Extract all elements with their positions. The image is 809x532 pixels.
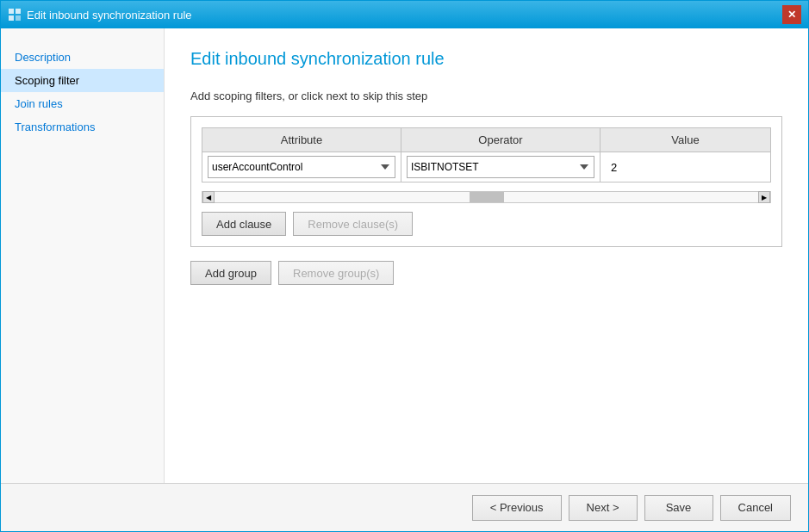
window-title: Edit inbound synchronization rule bbox=[27, 9, 192, 22]
cancel-button[interactable]: Cancel bbox=[720, 495, 791, 521]
sidebar-item-transformations[interactable]: Transformations bbox=[1, 115, 164, 139]
sidebar-item-scoping-filter[interactable]: Scoping filter bbox=[1, 69, 164, 92]
remove-clauses-button[interactable]: Remove clause(s) bbox=[293, 212, 413, 236]
remove-groups-button[interactable]: Remove group(s) bbox=[278, 261, 394, 285]
add-clause-button[interactable]: Add clause bbox=[202, 212, 286, 236]
attribute-select[interactable]: userAccountControl bbox=[208, 156, 395, 178]
svg-rect-2 bbox=[9, 15, 14, 21]
page-title: Edit inbound synchronization rule bbox=[190, 49, 782, 69]
svg-rect-3 bbox=[16, 15, 21, 21]
next-button[interactable]: Next > bbox=[569, 495, 638, 521]
sidebar-item-join-rules[interactable]: Join rules bbox=[1, 92, 164, 115]
previous-button[interactable]: < Previous bbox=[472, 495, 562, 521]
main-window: Edit inbound synchronization rule ✕ Desc… bbox=[0, 0, 809, 532]
scroll-right-arrow[interactable]: ▶ bbox=[758, 191, 770, 203]
add-group-button[interactable]: Add group bbox=[190, 261, 271, 285]
main-content: Description Scoping filter Join rules Tr… bbox=[1, 28, 808, 483]
filter-group-container: Attribute Operator Value userAccountCont… bbox=[190, 116, 782, 247]
value-input[interactable] bbox=[607, 156, 763, 178]
horizontal-scrollbar[interactable]: ◀ ▶ bbox=[202, 191, 771, 203]
scrollbar-track bbox=[215, 192, 758, 202]
value-cell bbox=[601, 152, 771, 182]
table-row: userAccountControl ISBITNOTSET bbox=[202, 152, 771, 182]
footer: < Previous Next > Save Cancel bbox=[1, 483, 808, 531]
sidebar-item-description[interactable]: Description bbox=[1, 46, 164, 69]
group-buttons: Add group Remove group(s) bbox=[190, 261, 782, 285]
clause-buttons: Add clause Remove clause(s) bbox=[202, 212, 771, 236]
content-area: Edit inbound synchronization rule Add sc… bbox=[165, 28, 808, 483]
operator-select[interactable]: ISBITNOTSET bbox=[407, 156, 594, 178]
instruction-text: Add scoping filters, or click next to sk… bbox=[190, 90, 782, 102]
filter-table: Attribute Operator Value userAccountCont… bbox=[202, 127, 771, 182]
scroll-left-arrow[interactable]: ◀ bbox=[202, 191, 215, 203]
app-icon bbox=[8, 8, 22, 22]
title-bar-left: Edit inbound synchronization rule bbox=[8, 8, 192, 22]
close-button[interactable]: ✕ bbox=[782, 5, 801, 24]
svg-rect-1 bbox=[16, 9, 21, 14]
column-header-attribute: Attribute bbox=[202, 128, 401, 152]
save-button[interactable]: Save bbox=[644, 495, 713, 521]
scrollbar-thumb bbox=[470, 192, 504, 202]
column-header-operator: Operator bbox=[401, 128, 601, 152]
title-bar: Edit inbound synchronization rule ✕ bbox=[1, 1, 808, 28]
sidebar: Description Scoping filter Join rules Tr… bbox=[1, 28, 165, 483]
svg-rect-0 bbox=[9, 9, 14, 14]
attribute-cell: userAccountControl bbox=[202, 152, 401, 182]
operator-cell: ISBITNOTSET bbox=[401, 152, 601, 182]
column-header-value: Value bbox=[601, 128, 771, 152]
